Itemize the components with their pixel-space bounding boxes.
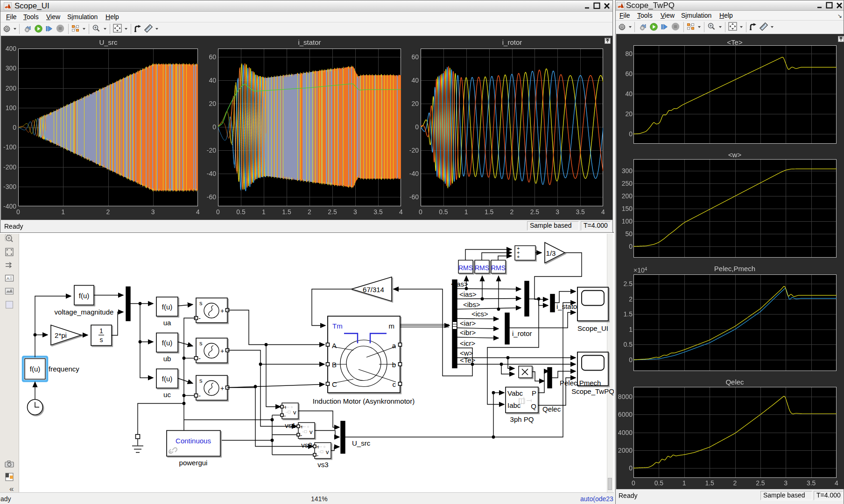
svg-text:s: s <box>199 377 203 384</box>
svg-text:+: + <box>220 347 224 355</box>
svg-text:a: a <box>392 342 396 350</box>
svg-text:m: m <box>389 322 395 330</box>
svg-text:v: v <box>309 428 313 435</box>
svg-text:ub: ub <box>163 355 171 363</box>
svg-text:2*pi: 2*pi <box>55 331 67 339</box>
svg-text:f(u): f(u) <box>162 375 173 383</box>
svg-text:voltage_magnitude: voltage_magnitude <box>55 308 114 316</box>
svg-text:f(u): f(u) <box>30 365 41 373</box>
svg-text:v: v <box>326 448 329 455</box>
svg-text:vs1: vs1 <box>285 421 295 429</box>
svg-text:s: s <box>199 300 203 307</box>
svg-text:<icr>: <icr> <box>460 339 476 347</box>
svg-text:<ics>: <ics> <box>471 310 488 318</box>
svg-text:RMS: RMS <box>491 264 506 272</box>
svg-text:<ias>: <ias> <box>451 280 468 288</box>
svg-text:vs3: vs3 <box>317 461 328 469</box>
svg-text:s: s <box>199 340 203 347</box>
svg-text:-: - <box>198 314 201 322</box>
svg-text:+: + <box>220 385 224 392</box>
svg-text:s: s <box>100 336 103 343</box>
svg-text:67/314: 67/314 <box>363 286 384 294</box>
svg-text:ua: ua <box>163 319 171 327</box>
svg-text:uc: uc <box>163 391 171 399</box>
svg-text:Tm: Tm <box>332 322 343 330</box>
svg-text:f(u): f(u) <box>79 292 90 300</box>
svg-text:<ias>: <ias> <box>459 290 477 298</box>
svg-text:C: C <box>332 380 337 388</box>
svg-text:f(u): f(u) <box>162 303 173 311</box>
svg-text:Iabc: Iabc <box>507 401 521 409</box>
svg-text:3ph PQ: 3ph PQ <box>510 415 534 423</box>
svg-text:-: - <box>300 432 302 439</box>
svg-text:vs2: vs2 <box>301 441 312 449</box>
svg-text:A: A <box>332 342 337 350</box>
svg-text:Vabc: Vabc <box>507 389 523 397</box>
svg-text:+: + <box>517 254 520 259</box>
svg-text:RMS: RMS <box>475 264 489 272</box>
svg-text:<ibr>: <ibr> <box>460 329 476 336</box>
svg-text:-: - <box>316 452 318 459</box>
svg-text:+: + <box>220 307 224 315</box>
svg-text:Scope_TwPQ: Scope_TwPQ <box>571 387 614 395</box>
svg-text:RMS: RMS <box>458 264 473 272</box>
svg-text:f(u): f(u) <box>162 339 173 347</box>
svg-text:Qelec: Qelec <box>542 405 561 413</box>
svg-text:-: - <box>284 412 286 419</box>
svg-text:<iar>: <iar> <box>460 319 476 327</box>
svg-text:<Te>: <Te> <box>460 356 476 364</box>
svg-text:v: v <box>293 409 296 416</box>
svg-text:1/3: 1/3 <box>546 249 556 257</box>
svg-text:i_rotor: i_rotor <box>512 329 532 337</box>
svg-text:U_src: U_src <box>352 439 371 447</box>
svg-text:Q: Q <box>531 402 536 410</box>
svg-text:Induction Motor (Asynkronmotor: Induction Motor (Asynkronmotor) <box>313 397 415 405</box>
svg-text:Scope_UI: Scope_UI <box>577 324 608 332</box>
svg-text:-: - <box>198 354 201 362</box>
svg-text:1: 1 <box>99 327 103 335</box>
svg-text:frequency: frequency <box>49 365 79 373</box>
svg-text:i_stator: i_stator <box>556 302 579 310</box>
svg-text:Continuous: Continuous <box>176 437 211 445</box>
svg-text:<ibs>: <ibs> <box>463 301 480 308</box>
svg-text:P: P <box>532 389 536 397</box>
svg-text:-: - <box>198 392 201 399</box>
svg-text:powergui: powergui <box>179 459 208 467</box>
